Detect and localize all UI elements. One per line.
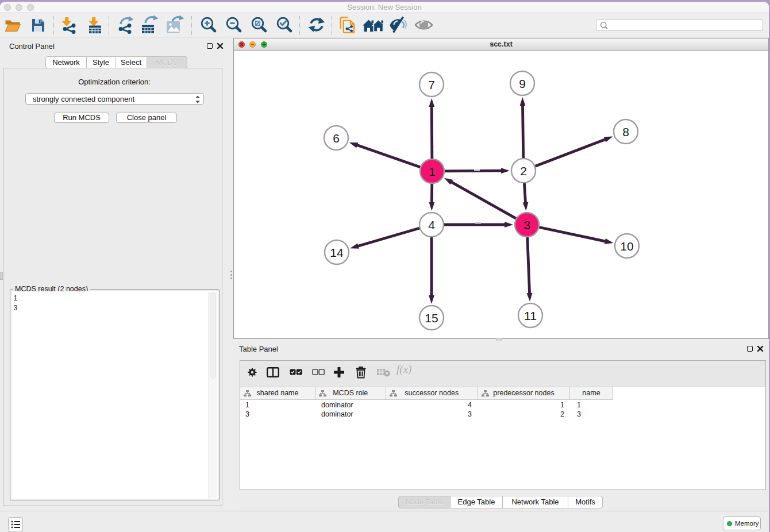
svg-text:14: 14 xyxy=(330,246,344,259)
svg-text:6: 6 xyxy=(333,132,340,145)
svg-text:2: 2 xyxy=(520,164,527,178)
svg-text:8: 8 xyxy=(622,125,629,138)
svg-text:9: 9 xyxy=(519,77,526,90)
svg-text:3: 3 xyxy=(523,218,530,232)
svg-text:11: 11 xyxy=(524,309,537,322)
svg-text:10: 10 xyxy=(620,240,633,253)
svg-text:7: 7 xyxy=(428,78,435,91)
svg-text:4: 4 xyxy=(428,218,435,232)
svg-text:15: 15 xyxy=(425,311,438,325)
svg-text:1: 1 xyxy=(429,165,436,178)
